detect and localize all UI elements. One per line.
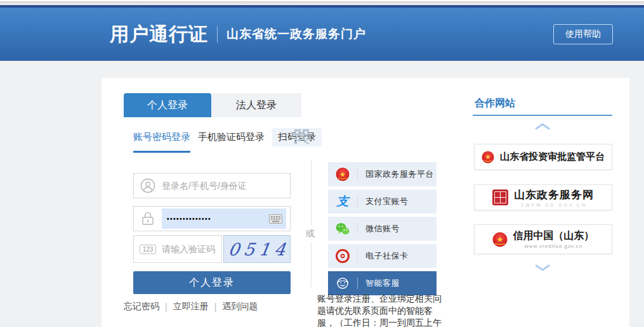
problems-link[interactable]: 遇到问题 — [222, 301, 258, 312]
or-label: 或 — [306, 225, 315, 243]
tab-password-login[interactable]: 账号密码登录 — [133, 131, 190, 153]
alt-login-social-security-card[interactable]: 电子社保卡 — [328, 244, 437, 268]
national-emblem-icon: ★ — [328, 167, 357, 181]
partner-sites-title: 合作网站 — [475, 97, 515, 110]
password-field-wrapper — [133, 206, 291, 231]
tab-sms-login[interactable]: 手机验证码登录 — [198, 131, 265, 151]
row-divider — [357, 196, 358, 207]
row-divider — [357, 169, 358, 180]
national-emblem-icon: ★ — [482, 151, 494, 164]
alt-login-alipay[interactable]: 支 支付宝账号 — [328, 189, 437, 214]
captcha-input[interactable] — [162, 244, 221, 254]
svg-text:★: ★ — [485, 153, 491, 160]
password-input[interactable] — [162, 215, 269, 222]
link-separator — [165, 302, 168, 312]
captcha-code: 0514 — [223, 240, 291, 259]
alt-login-national-platform[interactable]: ★ 国家政务服务平台 — [328, 162, 437, 186]
qr-code-icon[interactable] — [293, 128, 310, 148]
partner-site-url: www.creditsd.gov.cn — [513, 243, 595, 249]
password-autofill-area — [162, 208, 286, 229]
username-input[interactable] — [162, 181, 290, 191]
partner-site-url: ZWFW.SD.GOV.CN — [514, 203, 594, 207]
numbers-123-icon: 123 — [134, 245, 162, 254]
customer-service-icon — [328, 276, 357, 290]
tab-corporate-login[interactable]: 法人登录 — [211, 93, 301, 117]
portal-subtitle: 山东省统一政务服务门户 — [227, 26, 366, 42]
captcha-field-wrapper: 123 — [133, 235, 222, 263]
personal-login-button[interactable]: 个人登录 — [133, 271, 291, 294]
link-separator — [214, 302, 217, 312]
lock-icon — [134, 211, 162, 226]
wechat-icon — [328, 222, 357, 235]
chevron-down-icon[interactable] — [535, 263, 550, 274]
tab-personal-login[interactable]: 个人登录 — [124, 93, 211, 117]
page-header: 用户通行证 山东省统一政务服务门户 使用帮助 — [0, 8, 644, 61]
register-link[interactable]: 立即注册 — [173, 301, 209, 312]
partner-site-investment-platform[interactable]: ★ 山东省投资审批监管平台 — [474, 144, 612, 170]
row-divider — [357, 278, 358, 289]
title-divider — [217, 26, 218, 42]
row-divider — [357, 250, 358, 262]
forgot-password-link[interactable]: 忘记密码 — [124, 301, 159, 312]
vertical-divider — [311, 160, 312, 287]
partner-site-credit-china[interactable]: ★ 信用中国（山东） www.creditsd.gov.cn — [474, 224, 612, 254]
partner-title-underline — [473, 115, 612, 116]
social-security-card-icon — [328, 249, 357, 263]
user-icon — [134, 178, 162, 193]
helper-links: 忘记密码 立即注册 遇到问题 — [124, 301, 258, 312]
gov-service-seal-icon — [492, 189, 508, 205]
alt-login-wechat[interactable]: 微信账号 — [328, 217, 437, 241]
alt-login-smart-customer-service[interactable]: 智能客服 — [328, 271, 437, 295]
username-field-wrapper — [133, 173, 291, 198]
partner-site-shandong-gov-service[interactable]: 山东政务服务网 ZWFW.SD.GOV.CN — [474, 184, 612, 210]
help-button[interactable]: 使用帮助 — [553, 24, 613, 44]
service-notice-text: 账号登录注册、企业绑定相关问题请优先联系页面中的智能客服，（工作日：周一到周五上… — [317, 293, 445, 327]
svg-text:★: ★ — [339, 170, 346, 178]
row-divider — [357, 223, 358, 234]
alt-login-list: ★ 国家政务服务平台 支 支付宝账号 微信 — [328, 162, 437, 295]
national-emblem-icon: ★ — [492, 232, 508, 247]
portal-title: 用户通行证 — [110, 22, 208, 48]
alipay-icon: 支 — [328, 193, 357, 210]
svg-text:★: ★ — [496, 235, 503, 244]
captcha-image[interactable]: 0514 — [223, 235, 291, 263]
partner-sites-section: 合作网站 ★ 山东省投资审批监管平台 山东政务服务网 ZWFW.SD.GOV.C… — [473, 78, 612, 327]
login-panel: 个人登录 法人登录 账号密码登录 手机验证码登录 扫码登录 — [102, 78, 629, 327]
keyboard-icon[interactable] — [269, 214, 282, 224]
chevron-up-icon[interactable] — [535, 121, 550, 132]
